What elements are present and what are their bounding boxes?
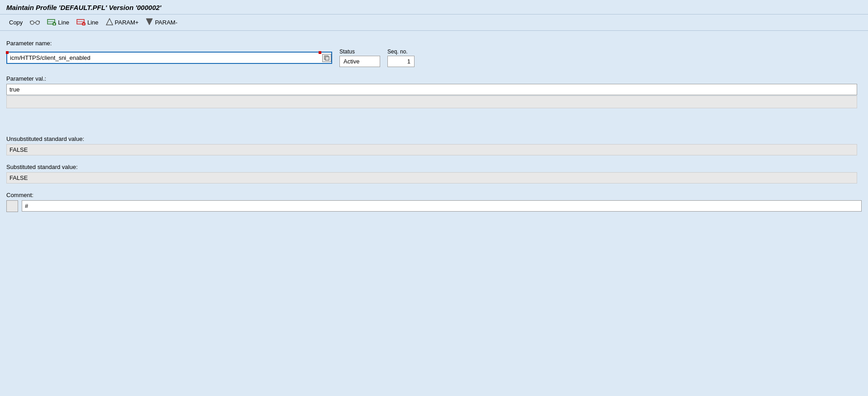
comment-row: [6, 200, 862, 212]
unsubstituted-section: Unsubstituted standard value:: [6, 135, 862, 155]
copy-button[interactable]: Copy: [6, 18, 25, 27]
substituted-input: [6, 172, 857, 184]
comment-section: Comment:: [6, 192, 862, 212]
param-name-wrapper: [6, 52, 332, 64]
copy-label: Copy: [9, 19, 23, 26]
page-title: Maintain Profile 'DEFAULT.PFL' Version '…: [6, 4, 862, 11]
param-name-expand-button[interactable]: [322, 54, 331, 62]
status-input[interactable]: [339, 56, 380, 67]
comment-input[interactable]: [22, 200, 862, 212]
param-minus-button[interactable]: PARAM-: [143, 17, 180, 28]
status-label: Status: [339, 48, 380, 55]
param-val-label: Parameter val.:: [6, 75, 862, 82]
line-remove-icon: [76, 18, 86, 27]
seq-no-label: Seq. no.: [387, 48, 415, 55]
glasses-icon: [30, 18, 40, 27]
param-name-input[interactable]: [6, 52, 332, 64]
title-bar: Maintain Profile 'DEFAULT.PFL' Version '…: [0, 0, 868, 14]
substituted-section: Substituted standard value:: [6, 164, 862, 184]
param-val-empty-row: [6, 96, 857, 108]
comment-label: Comment:: [6, 192, 862, 198]
param-name-label: Parameter name:: [6, 40, 862, 47]
substituted-label: Substituted standard value:: [6, 164, 862, 170]
comment-color-picker[interactable]: [6, 200, 18, 212]
param-minus-label: PARAM-: [155, 19, 177, 26]
svg-point-0: [30, 21, 34, 24]
unsubstituted-input: [6, 144, 857, 155]
seq-no-input[interactable]: [387, 56, 415, 67]
param-plus-button[interactable]: PARAM+: [103, 17, 142, 28]
toolbar: Copy Line: [0, 14, 868, 31]
line-add-button[interactable]: Line: [44, 17, 72, 28]
line-remove-label: Line: [87, 19, 99, 26]
line-add-label: Line: [58, 19, 69, 26]
param-plus-icon: [106, 18, 113, 27]
status-group: Status: [339, 48, 380, 67]
svg-marker-14: [106, 19, 113, 25]
glasses-button[interactable]: [27, 17, 43, 28]
main-content: Parameter name: Status Seq. no. Paramete…: [0, 31, 868, 221]
param-val-section: Parameter val.:: [6, 75, 862, 108]
seq-no-group: Seq. no.: [387, 48, 415, 67]
param-minus-icon: [146, 18, 153, 27]
param-val-input[interactable]: [6, 84, 857, 95]
svg-point-1: [36, 21, 39, 24]
unsubstituted-label: Unsubstituted standard value:: [6, 135, 862, 142]
param-name-row: Status Seq. no.: [6, 48, 862, 67]
line-add-icon: [47, 18, 56, 27]
svg-marker-15: [146, 19, 153, 25]
line-remove-button[interactable]: Line: [74, 17, 101, 28]
param-plus-label: PARAM+: [115, 19, 139, 26]
svg-rect-17: [325, 57, 329, 60]
